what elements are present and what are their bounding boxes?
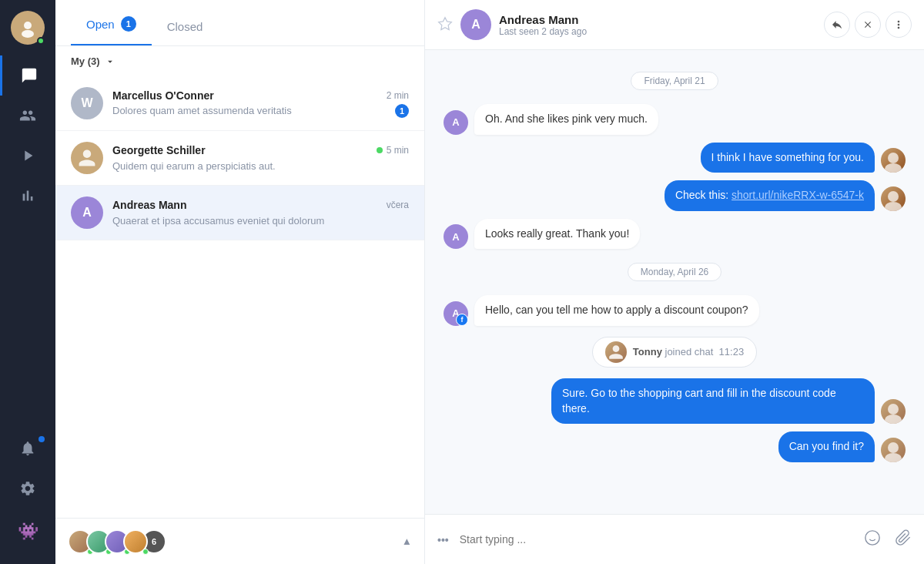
message-row-outgoing-1: I think I have something for you. <box>444 143 906 173</box>
system-time: 11:23 <box>719 346 745 358</box>
attachment-button[interactable] <box>892 526 915 553</box>
msg-avatar-a1: A <box>444 110 468 135</box>
star-button[interactable] <box>437 16 453 34</box>
message-row-outgoing-link: Check this: short.url/nikeRRX-w-6547-k <box>444 180 906 211</box>
date-divider-friday: Friday, April 21 <box>444 72 906 90</box>
agent-photo-2 <box>881 186 906 211</box>
avatar-marcellus: W <box>71 87 103 119</box>
chat-panel: A Andreas Mann Last seen 2 days ago Frid… <box>425 0 924 564</box>
chat-header-actions <box>824 12 912 38</box>
chat-user-info: Andreas Mann Last seen 2 days ago <box>499 13 816 37</box>
message-row-outgoing-4: Can you find it? <box>444 431 906 462</box>
sidebar-item-conversations[interactable] <box>0 55 55 96</box>
svg-point-5 <box>888 191 899 202</box>
avatar-georgette <box>71 142 103 174</box>
chevron-down-icon <box>105 56 116 67</box>
conv-body-georgette: Georgette Schiller 5 min Quidem qui earu… <box>112 144 409 173</box>
msg-bubble-incoming-1: Oh. And she likes pink very much. <box>474 104 658 135</box>
conversation-list: W Marcellus O'Conner 2 min Dolores quam … <box>55 76 424 518</box>
input-area: ••• <box>425 514 924 564</box>
conv-time: včera <box>387 200 409 210</box>
svg-point-7 <box>888 404 899 415</box>
msg-avatar-a2: A <box>444 224 468 249</box>
msg-bubble-outgoing-4: Can you find it? <box>778 431 875 462</box>
agent-photo-3 <box>881 399 906 424</box>
conv-name: Marcellus O'Conner <box>112 89 214 102</box>
input-options-button[interactable]: ••• <box>434 529 452 551</box>
message-row-incoming-1: A Oh. And she likes pink very much. <box>444 104 906 135</box>
sidebar: 👾 <box>0 0 55 564</box>
chat-user-status: Last seen 2 days ago <box>499 26 816 37</box>
message-row-incoming-2: A Looks really great. Thank you! <box>444 219 906 250</box>
agent-avatar-4 <box>129 529 148 554</box>
date-pill: Friday, April 21 <box>631 72 718 90</box>
facebook-icon: f <box>456 314 468 326</box>
unread-badge: 1 <box>395 104 409 118</box>
more-options-button[interactable] <box>886 12 912 38</box>
conversation-item-georgette[interactable]: Georgette Schiller 5 min Quidem qui earu… <box>55 131 424 186</box>
msg-bubble-incoming-fb: Hello, can you tell me how to apply a di… <box>474 295 759 326</box>
conv-preview: Quidem qui earum a perspiciatis aut. <box>112 160 276 172</box>
svg-point-1 <box>22 30 34 38</box>
avatar-andreas: A <box>71 196 103 229</box>
date-pill-monday: Monday, April 26 <box>628 263 722 281</box>
notification-dot <box>38 436 45 442</box>
svg-point-10 <box>885 453 902 462</box>
reply-button[interactable] <box>824 12 850 38</box>
sidebar-item-notifications[interactable] <box>0 428 55 468</box>
svg-point-6 <box>885 202 902 211</box>
agent-photo-1 <box>881 148 906 173</box>
emoji-button[interactable] <box>861 526 884 553</box>
sidebar-item-campaigns[interactable] <box>0 136 55 176</box>
svg-point-0 <box>24 22 32 29</box>
svg-point-4 <box>885 163 902 173</box>
message-row-incoming-fb: A f Hello, can you tell me how to apply … <box>444 295 906 326</box>
svg-marker-2 <box>439 17 452 29</box>
chat-header: A Andreas Mann Last seen 2 days ago <box>425 0 924 50</box>
tab-closed[interactable]: Closed <box>152 8 219 45</box>
tabs-bar: Open 1 Closed <box>55 0 424 46</box>
avatar-wrap-fb: A f <box>444 301 468 326</box>
svg-point-8 <box>885 415 902 424</box>
svg-point-9 <box>888 442 899 453</box>
close-button[interactable] <box>855 12 881 38</box>
system-message-tonny: Tonny joined chat 11:23 <box>444 337 906 368</box>
sidebar-item-settings[interactable] <box>0 468 55 509</box>
conversations-panel: Open 1 Closed My (3) W Marcellus O'Conne… <box>55 0 425 564</box>
conversation-item-marcellus[interactable]: W Marcellus O'Conner 2 min Dolores quam … <box>55 76 424 131</box>
sidebar-item-contacts[interactable] <box>0 96 55 136</box>
svg-point-11 <box>865 530 879 544</box>
date-divider-monday: Monday, April 26 <box>444 263 906 281</box>
section-header[interactable]: My (3) <box>55 46 424 76</box>
chat-user-avatar: A <box>460 9 491 40</box>
svg-point-3 <box>888 153 899 163</box>
agent-photo-4 <box>881 438 906 462</box>
messages-area: Friday, April 21 A Oh. And she likes pin… <box>425 50 924 514</box>
message-input[interactable] <box>460 533 853 546</box>
conv-time: 5 min <box>387 145 409 156</box>
conv-body-marcellus: Marcellus O'Conner 2 min Dolores quam am… <box>112 89 409 118</box>
sidebar-item-reports[interactable] <box>0 176 55 216</box>
user-avatar[interactable] <box>0 0 55 55</box>
agent-online-dot-4 <box>142 549 148 554</box>
open-count-badge: 1 <box>121 16 136 32</box>
conversation-item-andreas[interactable]: A Andreas Mann včera Quaerat et ipsa acc… <box>55 186 424 240</box>
msg-bubble-outgoing-link: Check this: short.url/nikeRRX-w-6547-k <box>665 180 875 211</box>
msg-bubble-outgoing-3: Sure. Go to the shopping cart and fill i… <box>551 378 875 424</box>
msg-bubble-incoming-2: Looks really great. Thank you! <box>474 219 640 250</box>
tab-open[interactable]: Open 1 <box>71 4 152 45</box>
conv-name: Andreas Mann <box>112 199 186 211</box>
conv-preview: Dolores quam amet assumenda veritatis <box>112 105 292 116</box>
agent-avatars: 6 <box>68 529 166 554</box>
system-agent-name: Tonny <box>633 346 662 358</box>
link-nikerrx[interactable]: short.url/nikeRRX-w-6547-k <box>732 189 864 201</box>
msg-bubble-outgoing-1: I think I have something for you. <box>701 143 875 173</box>
conv-body-andreas: Andreas Mann včera Quaerat et ipsa accus… <box>112 199 409 227</box>
conv-preview: Quaerat et ipsa accusamus eveniet qui do… <box>112 215 324 227</box>
chat-user-name: Andreas Mann <box>499 13 816 26</box>
conv-name: Georgette Schiller <box>112 144 206 156</box>
collapse-button[interactable]: ▲ <box>402 535 412 547</box>
online-status-dot <box>37 37 45 45</box>
online-dot-georgette <box>377 147 383 153</box>
sidebar-logo: 👾 <box>0 512 55 552</box>
